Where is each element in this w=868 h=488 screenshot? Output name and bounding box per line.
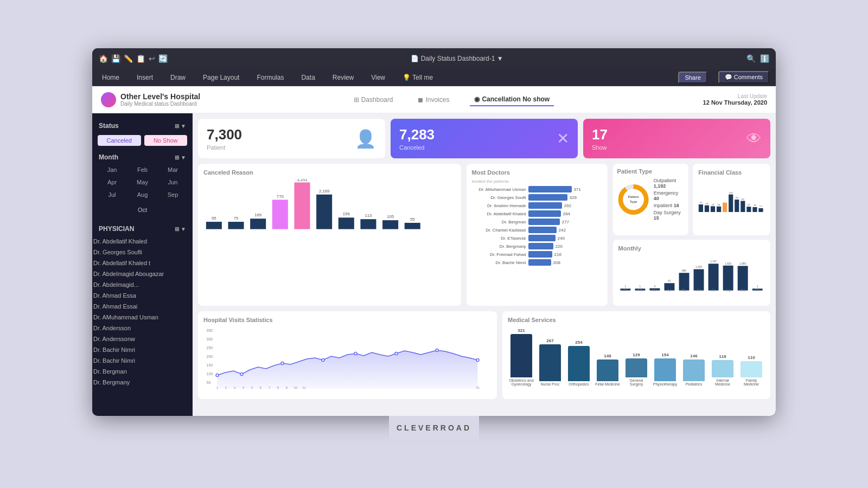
title-bar-icons: 🏠 💾 ✏️ 📋 ↩ 🔄 bbox=[99, 54, 168, 63]
svg-text:2,582: 2,582 bbox=[729, 192, 733, 194]
patient-type-panel: Patient Type Patient Type Outpatient 1,1… bbox=[613, 164, 689, 235]
comments-button[interactable]: 💬 Comments bbox=[718, 71, 769, 84]
physician-item[interactable]: Dr. Georges Soufli bbox=[92, 247, 193, 258]
svg-text:350: 350 bbox=[207, 329, 213, 332]
month-jan[interactable]: Jan bbox=[98, 164, 126, 175]
undo-icon[interactable]: ↩ bbox=[149, 54, 155, 63]
svg-point-88 bbox=[436, 349, 438, 352]
most-doctors-panel: Most Doctors treated the patients Dr. AM… bbox=[467, 164, 608, 306]
month-grid: Jan Feb Mar Apr May Jun Jul Aug Sep bbox=[98, 164, 187, 200]
svg-rect-52 bbox=[723, 266, 733, 291]
physician-item[interactable]: Dr. Bergman bbox=[92, 366, 193, 377]
ribbon-review[interactable]: Review bbox=[329, 73, 357, 82]
svg-rect-6 bbox=[339, 217, 354, 229]
physician-item[interactable]: Dr. Abdelmagid... bbox=[92, 279, 193, 290]
ribbon-view[interactable]: View bbox=[368, 73, 388, 82]
edit-icon[interactable]: ✏️ bbox=[124, 54, 133, 63]
main-layout: Status ⊞ ▼ Canceled No Show Month ⊞ ▼ Ja… bbox=[92, 113, 776, 416]
month-aug[interactable]: Aug bbox=[128, 189, 157, 200]
svg-rect-53 bbox=[737, 266, 748, 290]
logo-area: Other Level's Hospital Daily Medical sta… bbox=[101, 92, 200, 107]
physician-item[interactable]: Dr. AMuhammad Usman bbox=[92, 312, 193, 323]
info-icon[interactable]: ℹ️ bbox=[760, 54, 769, 63]
doctor-bars: Dr. AMuhammad Usman 371 Dr. Georges Souf… bbox=[472, 186, 602, 266]
month-jun[interactable]: Jun bbox=[158, 177, 187, 188]
svg-text:960: 960 bbox=[682, 269, 686, 272]
svg-rect-49 bbox=[679, 273, 689, 290]
ribbon-tell-me[interactable]: 💡 Tell me bbox=[399, 73, 436, 82]
physician-item[interactable]: Dr. Abdellatif Khaled bbox=[92, 236, 193, 247]
svg-text:250: 250 bbox=[207, 346, 213, 350]
medical-services-panel: Medical Services 321 Obstetrics and Gyne… bbox=[502, 311, 770, 399]
window-title: 📄 Daily Status Dashboard-1 ▼ bbox=[172, 55, 742, 62]
physician-item[interactable]: Dr. Anderssonw bbox=[92, 333, 193, 344]
svg-text:150: 150 bbox=[207, 363, 213, 367]
content-area: 7,300 Patient 👤 7,283 Canceled ✕ 17 Sho bbox=[193, 113, 776, 416]
month-oct[interactable]: Oct bbox=[99, 204, 186, 215]
month-sep[interactable]: Sep bbox=[158, 189, 187, 200]
share-button[interactable]: Share bbox=[678, 72, 707, 84]
service-bar: 146 Pediatrics bbox=[680, 354, 707, 386]
month-mar[interactable]: Mar bbox=[158, 164, 187, 175]
physician-item[interactable]: Dr. Abdellatif Khaled t bbox=[92, 258, 193, 268]
month-section-header: Month ⊞ ▼ bbox=[92, 150, 193, 164]
svg-text:Aug: Aug bbox=[726, 289, 731, 292]
svg-text:300: 300 bbox=[207, 337, 213, 341]
ribbon-data[interactable]: Data bbox=[298, 73, 318, 82]
bottom-row: Hospital Visits Statistics 350 300 250 2… bbox=[198, 311, 770, 399]
month-may[interactable]: May bbox=[128, 177, 157, 188]
charts-row-1: Canceled Reason 95 bbox=[198, 164, 770, 306]
svg-text:171: 171 bbox=[760, 206, 762, 208]
kpi-canceled-icon: ✕ bbox=[557, 130, 569, 147]
svg-text:50: 50 bbox=[207, 381, 211, 384]
no-show-button[interactable]: No Show bbox=[144, 135, 188, 146]
ribbon-draw[interactable]: Draw bbox=[167, 73, 189, 82]
svg-rect-51 bbox=[708, 264, 718, 290]
month-jul[interactable]: Jul bbox=[98, 189, 126, 200]
physician-item[interactable]: Dr. Bergmany bbox=[92, 377, 193, 388]
patient-type-title: Patient Type bbox=[617, 168, 685, 175]
kpi-canceled-value: 7,283 bbox=[399, 126, 435, 143]
ribbon-home[interactable]: Home bbox=[99, 73, 123, 82]
svg-rect-0 bbox=[206, 222, 222, 229]
svg-text:3,251: 3,251 bbox=[297, 179, 307, 182]
canceled-button[interactable]: Canceled bbox=[98, 135, 141, 146]
svg-rect-7 bbox=[360, 219, 376, 229]
save-icon[interactable]: 💾 bbox=[111, 54, 120, 63]
svg-text:4: 4 bbox=[654, 285, 655, 288]
svg-text:55: 55 bbox=[410, 217, 415, 222]
app-header: Other Level's Hospital Daily Medical sta… bbox=[92, 86, 776, 113]
physician-item[interactable]: Dr. Abdelmagid Abougazar bbox=[92, 268, 193, 279]
month-feb[interactable]: Feb bbox=[128, 164, 157, 175]
tab-invoices[interactable]: ◼ Invoices bbox=[413, 93, 454, 106]
status-filter-icon[interactable]: ⊞ ▼ bbox=[175, 123, 186, 129]
doctor-bar-row: Dr. Bergman 277 bbox=[472, 219, 602, 225]
svg-point-21 bbox=[621, 187, 646, 212]
tab-dashboard[interactable]: ⊞ Dashboard bbox=[349, 93, 398, 106]
svg-text:1: 1 bbox=[624, 285, 626, 288]
physician-item[interactable]: Dr. Ahmad Essai bbox=[92, 301, 193, 312]
physician-item[interactable]: Dr. Ahmad Essa bbox=[92, 290, 193, 301]
physician-filter-icon[interactable]: ⊞ ▼ bbox=[175, 226, 186, 232]
patient-type-donut: Patient Type bbox=[617, 181, 649, 219]
svg-point-84 bbox=[281, 362, 284, 365]
physician-item[interactable]: Dr. Bachir Nimri bbox=[92, 355, 193, 366]
ribbon-insert[interactable]: Insert bbox=[133, 73, 156, 82]
tab-cancellation[interactable]: ◉ Cancellation No show bbox=[470, 93, 554, 106]
home-icon[interactable]: 🏠 bbox=[99, 54, 108, 63]
physician-item[interactable]: Dr. Bachir Nimri bbox=[92, 344, 193, 355]
service-bar: 321 Obstetrics and Gynecology bbox=[508, 328, 535, 386]
search-icon[interactable]: 🔍 bbox=[746, 54, 756, 63]
physician-item[interactable]: Dr. Andersson bbox=[92, 323, 193, 333]
service-bar: 118 Internal Medicine bbox=[709, 354, 736, 386]
ribbon-formulas[interactable]: Formulas bbox=[253, 73, 287, 82]
ribbon-page-layout[interactable]: Page Layout bbox=[200, 73, 242, 82]
svg-text:Type: Type bbox=[630, 200, 637, 203]
doctor-bar-row: Dr. Charbel Kaddase 242 bbox=[472, 227, 602, 233]
clipboard-icon[interactable]: 📋 bbox=[136, 54, 145, 63]
financial-class-chart: 526 443 332 324 2,582 930 804 283 238 17… bbox=[698, 179, 765, 228]
redo-icon[interactable]: 🔄 bbox=[158, 54, 168, 63]
month-apr[interactable]: Apr bbox=[98, 177, 126, 188]
ribbon: Home Insert Draw Page Layout Formulas Da… bbox=[92, 69, 776, 86]
month-filter-icon[interactable]: ⊞ ▼ bbox=[175, 155, 186, 160]
